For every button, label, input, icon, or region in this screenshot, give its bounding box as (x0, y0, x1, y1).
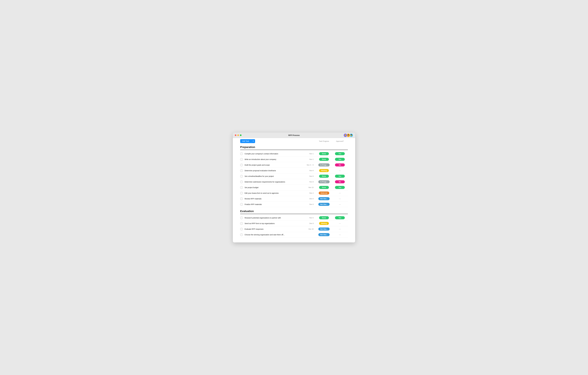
progress-badge[interactable]: Done (319, 216, 329, 219)
task-name: Write an introduction about your company (245, 158, 304, 160)
task-row: ✓Finalize RFP materialsDec 6Not Star...— (240, 202, 348, 207)
task-name: Set a timeline/deadline for your project (245, 175, 304, 177)
task-approved-col: — (332, 198, 348, 200)
task-progress-col: Waiting (316, 222, 332, 225)
task-progress-col: Done (316, 186, 332, 189)
approved-badge[interactable]: Yes (335, 175, 345, 178)
task-date: Nov 4 – 5 (304, 164, 314, 166)
window-body: Add Task ▼ Task Progress Approved? Prepa… (233, 138, 355, 242)
task-name: Review RFP materials (245, 198, 304, 200)
approved-dash: — (339, 169, 341, 172)
avatar-1[interactable]: 😊 (343, 133, 347, 137)
approved-dash: — (339, 234, 341, 236)
task-progress-col: Not Star... (316, 233, 332, 236)
task-progress-col: In Progr... (316, 180, 332, 183)
task-date: Nov 6 (304, 175, 314, 177)
sections-container: Preparation✓Compile your company's conta… (240, 146, 348, 238)
task-row: ✓Edit your Asana form to send out to age… (240, 190, 348, 196)
progress-badge[interactable]: Done (319, 158, 329, 161)
task-approved-col: — (332, 203, 348, 206)
add-task-dropdown-button[interactable]: ▼ (251, 139, 255, 143)
task-progress-col: Waiting (316, 169, 332, 172)
task-checkbox[interactable]: ✓ (240, 222, 243, 225)
task-name: Determine submission requirements for or… (245, 181, 304, 183)
add-task-button[interactable]: Add Task (240, 139, 251, 143)
task-row: ✓Set project budgetNov 15DoneYes (240, 185, 348, 190)
progress-badge[interactable]: Waiting (319, 169, 329, 172)
approved-badge[interactable]: No (335, 180, 345, 183)
task-date: Dec 6 (304, 203, 314, 205)
task-checkbox[interactable]: ✓ (240, 203, 243, 206)
progress-badge[interactable]: Not Star... (318, 197, 330, 200)
progress-badge[interactable]: Not Star... (318, 233, 330, 236)
approved-badge[interactable]: Yes (335, 158, 345, 161)
task-progress-col: Not Star... (316, 228, 332, 230)
traffic-lights (235, 135, 242, 136)
task-progress-col: In Progr... (316, 163, 332, 167)
section-evaluation: Evaluation✓Research potential organizati… (240, 210, 348, 238)
task-name: Draft the project goals and scope (245, 164, 304, 166)
progress-badge[interactable]: Done (319, 175, 329, 178)
task-date: Nov 5 (304, 217, 314, 219)
col-header-progress: Task Progress (316, 140, 332, 142)
task-row: ✓Set a timeline/deadline for your projec… (240, 173, 348, 179)
task-name: Choose the winning organization and star… (245, 234, 304, 236)
section-divider-evaluation (240, 214, 348, 214)
task-checkbox[interactable]: ✓ (240, 169, 243, 172)
approved-badge[interactable]: Yes (335, 186, 345, 189)
progress-badge[interactable]: Deferred (319, 192, 329, 195)
task-approved-col: Yes (332, 152, 348, 155)
task-row: ✓Choose the winning organization and sta… (240, 232, 348, 238)
task-checkbox[interactable]: ✓ (240, 198, 243, 200)
task-name: Research potential organizations to part… (245, 217, 304, 219)
approved-badge[interactable]: Yes (335, 216, 345, 219)
task-approved-col: No (332, 180, 348, 183)
task-checkbox[interactable]: ✓ (240, 152, 243, 155)
task-checkbox[interactable]: ✓ (240, 186, 243, 189)
task-date: Dec 16 (304, 228, 314, 230)
task-row: ✓Write an introduction about your compan… (240, 156, 348, 162)
task-approved-col: — (332, 169, 348, 172)
task-progress-col: Not Star... (316, 203, 332, 206)
window-title: RFP Process (288, 134, 300, 136)
approved-dash: — (339, 198, 341, 200)
progress-badge[interactable]: In Progr... (318, 163, 330, 167)
section-title-evaluation: Evaluation (240, 210, 348, 213)
task-checkbox[interactable]: ✓ (240, 217, 243, 219)
task-row: ✓Determine submission requirements for o… (240, 179, 348, 185)
progress-badge[interactable]: Waiting (319, 222, 329, 225)
task-checkbox[interactable]: ✓ (240, 192, 243, 195)
task-approved-col: — (332, 234, 348, 236)
close-button[interactable] (235, 135, 236, 136)
task-checkbox[interactable]: ✓ (240, 164, 243, 166)
approved-dash: — (339, 192, 341, 194)
task-checkbox[interactable]: ✓ (240, 180, 243, 183)
section-preparation: Preparation✓Compile your company's conta… (240, 146, 348, 207)
approved-badge[interactable]: Yes (335, 152, 345, 155)
task-approved-col: Yes (332, 216, 348, 219)
task-date: Dec 4 (304, 192, 314, 194)
approved-badge[interactable]: No (335, 163, 345, 167)
task-checkbox[interactable]: ✓ (240, 175, 243, 177)
task-name: Finalize RFP materials (245, 203, 304, 205)
task-row: ✓Determine proposal evaluation timeframe… (240, 168, 348, 173)
progress-badge[interactable]: Done (319, 186, 329, 189)
progress-badge[interactable]: Done (319, 152, 329, 155)
progress-badge[interactable]: Not Star... (318, 228, 330, 230)
task-checkbox[interactable]: ✓ (240, 228, 243, 230)
task-row: ✓Send out RFP form to top organizationsD… (240, 221, 348, 226)
task-checkbox[interactable]: ✓ (240, 158, 243, 161)
add-task-group: Add Task ▼ (240, 139, 255, 143)
task-approved-col: Yes (332, 175, 348, 178)
task-name: Evaluate RFP responses (245, 228, 304, 230)
task-name: Compile your company's contact informati… (245, 153, 304, 155)
progress-badge[interactable]: In Progr... (318, 180, 330, 183)
fullscreen-button[interactable] (240, 135, 242, 136)
progress-badge[interactable]: Not Star... (318, 203, 330, 206)
minimize-button[interactable] (237, 135, 239, 136)
task-checkbox[interactable]: ✓ (240, 233, 243, 236)
task-date: Nov 15 (304, 187, 314, 188)
task-approved-col: Yes (332, 158, 348, 161)
task-row: ✓Compile your company's contact informat… (240, 151, 348, 156)
task-date: Dec 6 (304, 198, 314, 200)
